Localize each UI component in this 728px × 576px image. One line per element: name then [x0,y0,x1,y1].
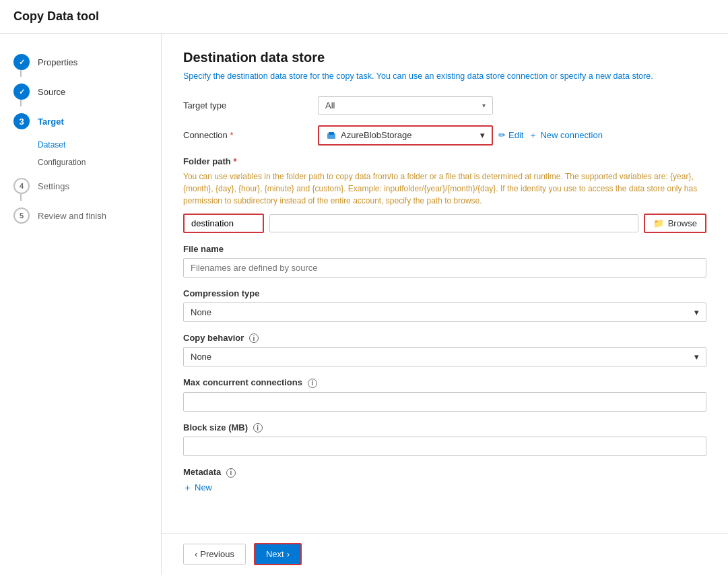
file-name-label: File name [183,244,706,254]
copy-behavior-info-icon: i [249,333,259,343]
target-type-select[interactable]: All ▾ [318,96,493,115]
sidebar-item-review[interactable]: 5 Review and finish [0,201,161,230]
max-concurrent-input[interactable] [183,392,706,412]
add-metadata-label: New [195,482,212,492]
new-connection-button[interactable]: ＋ New connection [529,129,603,141]
edit-label: Edit [508,130,523,140]
browse-button[interactable]: 📁 Browse [644,214,706,233]
folder-icon: 📁 [653,218,664,228]
sidebar-item-source[interactable]: ✓ Source [0,77,161,106]
copy-behavior-chevron-icon: ▾ [694,352,699,362]
browse-label: Browse [668,218,697,228]
next-label: Next [266,549,284,559]
block-size-info-icon: i [253,423,263,433]
folder-path-info: You can use variables in the folder path… [183,170,706,207]
step-sub-label-dataset: Dataset [38,140,65,150]
step-sub-label-configuration: Configuration [38,158,86,167]
step-circle-review: 5 [13,207,30,224]
block-size-label: Block size (MB) i [183,422,706,433]
previous-label: Previous [200,549,234,559]
max-concurrent-section: Max concurrent connections i [183,377,706,412]
sidebar-item-properties[interactable]: ✓ Properties [0,47,161,77]
target-type-label: Target type [183,100,318,110]
step-label-source: Source [38,87,65,97]
target-type-row: Target type All ▾ [183,96,706,115]
step-circle-properties: ✓ [13,54,30,70]
metadata-label: Metadata i [183,467,706,478]
page-title: Destination data store [183,50,706,65]
connection-select[interactable]: AzureBlobStorage ▾ [318,125,493,146]
file-name-section: File name [183,244,706,278]
copy-behavior-value: None [191,352,211,362]
sidebar: ✓ Properties ✓ Source 3 Target Dataset C… [0,34,162,575]
copy-behavior-section: Copy behavior i None ▾ [183,333,706,367]
metadata-info-icon: i [226,468,236,478]
next-chevron-icon: › [287,549,290,559]
sidebar-item-target[interactable]: 3 Target [0,106,161,136]
sidebar-sub-dataset[interactable]: Dataset [0,136,161,154]
footer: ‹ Previous Next › [162,533,728,575]
compression-type-select[interactable]: None ▾ [183,302,706,322]
sidebar-sub-configuration[interactable]: Configuration [0,154,161,171]
step-circle-source: ✓ [13,84,30,100]
azure-blob-icon [326,130,337,141]
add-metadata-plus-icon: ＋ [183,482,192,494]
connection-value: AzureBlobStorage [341,130,412,140]
file-name-input[interactable] [183,258,706,278]
compression-type-label: Compression type [183,288,706,298]
connection-control: AzureBlobStorage ▾ ✏ Edit ＋ New connecti… [318,125,706,146]
folder-path-input[interactable] [183,214,264,233]
block-size-input[interactable] [183,437,706,456]
edit-icon: ✏ [498,130,506,140]
new-connection-label: New connection [540,130,603,140]
folder-path-rest-input[interactable] [269,214,638,232]
edit-connection-button[interactable]: ✏ Edit [498,130,523,140]
svg-rect-1 [329,132,334,135]
connection-required: * [228,130,234,140]
page-description: Specify the destination data store for t… [183,71,706,83]
max-concurrent-info-icon: i [308,379,317,388]
copy-behavior-select[interactable]: None ▾ [183,347,706,366]
add-metadata-button[interactable]: ＋ New [183,482,212,494]
previous-button[interactable]: ‹ Previous [183,544,246,565]
next-button[interactable]: Next › [254,543,302,565]
main-content: Destination data store Specify the desti… [162,34,728,533]
copy-behavior-label: Copy behavior i [183,333,706,344]
step-circle-settings: 4 [13,178,30,194]
folder-path-required: * [231,156,237,166]
compression-chevron-icon: ▾ [694,307,699,317]
folder-path-section: Folder path * You can use variables in t… [183,156,706,233]
plus-icon: ＋ [529,129,537,141]
block-size-section: Block size (MB) i [183,422,706,457]
target-type-chevron-icon: ▾ [482,102,486,109]
compression-type-value: None [191,307,211,317]
target-type-control: All ▾ [318,96,706,115]
connection-chevron-icon: ▾ [480,130,485,140]
target-type-value: All [325,100,335,110]
connection-label: Connection * [183,130,318,140]
step-label-review: Review and finish [38,211,106,221]
folder-path-row: 📁 Browse [183,214,706,233]
folder-path-label: Folder path * [183,156,706,166]
previous-chevron-icon: ‹ [195,549,197,559]
max-concurrent-label: Max concurrent connections i [183,377,706,388]
sidebar-item-settings[interactable]: 4 Settings [0,171,161,201]
step-label-settings: Settings [38,181,69,191]
connection-row: Connection * AzureBlobStorage [183,125,706,146]
step-label-target: Target [38,117,64,127]
compression-type-section: Compression type None ▾ [183,288,706,322]
step-label-properties: Properties [38,57,77,67]
step-circle-target: 3 [13,113,30,129]
app-title: Copy Data tool [0,0,728,34]
metadata-section: Metadata i ＋ New [183,467,706,494]
